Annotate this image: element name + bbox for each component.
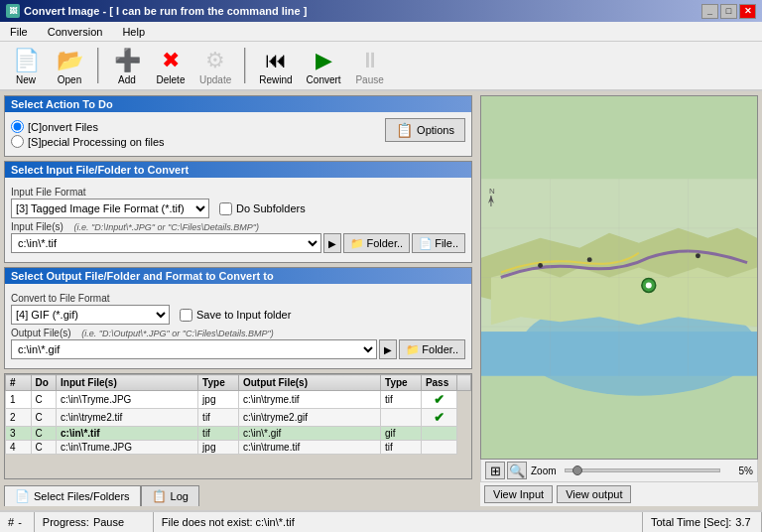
minimize-button[interactable]: _	[701, 4, 718, 19]
update-button[interactable]: ⚙ Update	[194, 44, 236, 88]
output-files-arrow[interactable]: ▶	[379, 339, 397, 359]
input-format-input-row: [3] Tagged Image File Format (*.tif) Do …	[11, 199, 465, 218]
options-button[interactable]: 📋 Options	[385, 118, 465, 142]
tab-select-files[interactable]: 📄 Select Files/Folders	[4, 485, 141, 506]
options-icon: 📋	[396, 122, 413, 138]
status-progress: Progress: Pause	[35, 512, 154, 532]
tab-log[interactable]: 📋 Log	[141, 485, 199, 506]
output-folder-button[interactable]: 📁 Folder..	[399, 339, 465, 359]
delete-button[interactable]: ✖ Delete	[151, 44, 190, 88]
table-row[interactable]: 4 C c:\in\Trume.JPG jpg c:\in\trume.tif …	[6, 441, 471, 455]
col-header-scroll	[456, 375, 470, 391]
map-area: N	[480, 95, 758, 460]
menu-bar: File Conversion Help	[0, 22, 762, 42]
zoom-slider[interactable]	[565, 468, 720, 472]
cell-output: c:\in\tryme2.gif	[238, 409, 380, 427]
input-folder-button[interactable]: 📁 Folder..	[343, 233, 410, 253]
cell-type-in: jpg	[198, 391, 239, 409]
menu-file[interactable]: File	[4, 24, 34, 40]
col-header-do: Do	[31, 375, 57, 391]
left-panel: Select Action To Do [C]onvert Files [S]p…	[0, 91, 476, 510]
menu-help[interactable]: Help	[116, 24, 151, 40]
cell-type-out: tif	[381, 391, 422, 409]
update-icon: ⚙	[201, 47, 229, 74]
file-table-area: # Do Input File(s) Type Output File(s) T…	[4, 373, 472, 479]
cell-output: c:\in\trume.tif	[238, 441, 380, 455]
status-total: Total Time [Sec]: 3.7	[643, 512, 762, 532]
view-input-button[interactable]: View Input	[484, 485, 553, 503]
menu-conversion[interactable]: Conversion	[42, 24, 109, 40]
output-files-input-row: c:\in\*.gif ▶ 📁 Folder..	[11, 339, 465, 359]
open-icon: 📂	[56, 47, 83, 74]
add-button[interactable]: ➕ Add	[107, 44, 147, 88]
svg-text:N: N	[489, 187, 495, 196]
output-format-row: Convert to File Format [4] GIF (*.gif) S…	[11, 293, 465, 325]
toolbar-sep-2	[244, 48, 246, 83]
zoom-in-button[interactable]: 🔍	[507, 462, 527, 479]
output-format-label: Convert to File Format	[11, 293, 465, 304]
action-section: Select Action To Do [C]onvert Files [S]p…	[4, 95, 472, 157]
output-files-label: Output File(s) (i.e. "D:\Output\*.JPG" o…	[11, 328, 465, 338]
main-content: Select Action To Do [C]onvert Files [S]p…	[0, 91, 762, 510]
pass-checkmark: ✔	[434, 392, 444, 407]
cell-pass	[421, 427, 456, 441]
cell-num: 1	[6, 391, 32, 409]
output-files-combo[interactable]: c:\in\*.gif	[11, 339, 377, 359]
subfolders-checkbox[interactable]	[219, 202, 232, 215]
subfolders-row: Do Subfolders	[219, 202, 306, 215]
input-file-button[interactable]: 📄 File..	[412, 233, 465, 253]
tab-row: 📄 Select Files/Folders 📋 Log	[4, 485, 472, 506]
pause-icon: ⏸	[356, 47, 384, 74]
input-files-input-row: c:\in\*.tif ▶ 📁 Folder.. 📄 File..	[11, 233, 465, 253]
save-to-input-row: Save to Input folder	[180, 309, 291, 322]
convert-button[interactable]: ▶ Convert	[302, 44, 346, 88]
output-format-select[interactable]: [4] GIF (*.gif)	[11, 305, 170, 325]
rewind-icon: ⏮	[262, 47, 290, 74]
special-processing-radio[interactable]	[11, 135, 24, 148]
convert-icon: ▶	[310, 47, 337, 74]
special-processing-row: [S]pecial Processing on files	[11, 135, 165, 148]
cell-type-in: tif	[198, 409, 239, 427]
input-files-combo[interactable]: c:\in\*.tif	[11, 233, 321, 253]
maximize-button[interactable]: □	[720, 4, 737, 19]
cell-input: c:\in\tryme2.tif	[57, 409, 198, 427]
cell-type-out	[381, 409, 422, 427]
table-row[interactable]: 3 C c:\in\*.tif tif c:\in\*.gif gif	[6, 427, 471, 441]
input-format-label: Input File Format	[11, 187, 465, 198]
select-files-tab-icon: 📄	[15, 489, 30, 503]
input-files-arrow[interactable]: ▶	[323, 233, 341, 253]
action-section-body: [C]onvert Files [S]pecial Processing on …	[5, 112, 471, 156]
svg-point-7	[538, 263, 543, 268]
svg-point-6	[646, 282, 652, 288]
new-button[interactable]: 📄 New	[6, 44, 46, 88]
rewind-button[interactable]: ⏮ Rewind	[254, 44, 297, 88]
cell-type-in: tif	[198, 427, 239, 441]
table-row[interactable]: 2 C c:\in\tryme2.tif tif c:\in\tryme2.gi…	[6, 409, 471, 427]
status-hash: # -	[0, 512, 35, 532]
input-files-hint: (i.e. "D:\Input\*.JPG" or "C:\Files\Deta…	[74, 222, 259, 232]
convert-files-radio[interactable]	[11, 120, 24, 133]
zoom-label: Zoom	[531, 466, 557, 476]
zoom-fit-button[interactable]: ⊞	[485, 462, 505, 479]
title-bar-buttons: _ □ ✕	[701, 4, 756, 19]
log-tab-icon: 📋	[152, 489, 167, 503]
open-button[interactable]: 📂 Open	[50, 44, 89, 88]
right-panel: N ⊞ 🔍 Zoom 5% View Input View output	[476, 91, 762, 510]
file-icon: 📄	[419, 237, 433, 250]
input-files-row: Input File(s) (i.e. "D:\Input\*.JPG" or …	[11, 221, 465, 253]
save-to-input-checkbox[interactable]	[180, 309, 192, 322]
output-files-row: Output File(s) (i.e. "D:\Output\*.JPG" o…	[11, 328, 465, 359]
cell-pass: ✔	[421, 391, 456, 409]
subfolders-label: Do Subfolders	[236, 202, 306, 214]
view-output-button[interactable]: View output	[557, 485, 631, 503]
pause-button[interactable]: ⏸ Pause	[350, 44, 390, 88]
cell-input: c:\in\*.tif	[57, 427, 198, 441]
input-format-select[interactable]: [3] Tagged Image File Format (*.tif)	[11, 199, 209, 218]
table-row[interactable]: 1 C c:\in\Tryme.JPG jpg c:\in\tryme.tif …	[6, 391, 471, 409]
cell-type-in: jpg	[198, 441, 239, 455]
col-header-num: #	[6, 375, 32, 391]
new-icon: 📄	[12, 47, 40, 74]
svg-point-8	[587, 257, 592, 262]
close-button[interactable]: ✕	[739, 4, 756, 19]
svg-point-9	[696, 253, 700, 258]
